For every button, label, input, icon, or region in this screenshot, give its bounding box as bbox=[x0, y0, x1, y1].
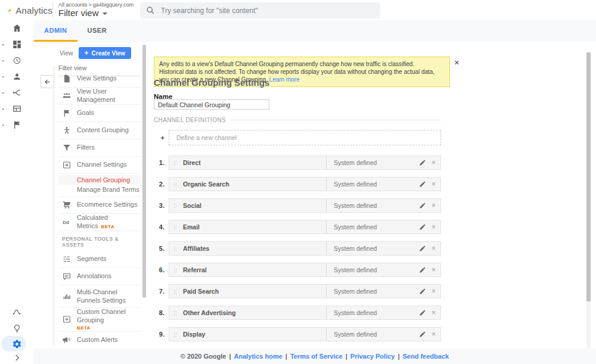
sidebar-item-custom-channel-grouping[interactable]: Custom Channel GroupingBETA bbox=[58, 308, 141, 332]
expand-chevron-icon[interactable]: ▸ bbox=[2, 123, 5, 127]
channel-box[interactable]: Other AdvertisingSystem defined× bbox=[169, 306, 441, 320]
rail-item-home[interactable] bbox=[0, 20, 33, 36]
sidebar-item-segments[interactable]: Segments bbox=[58, 251, 141, 268]
sidebar-scrollbar[interactable] bbox=[142, 45, 146, 298]
back-button[interactable] bbox=[41, 75, 54, 88]
channel-box[interactable]: Paid SearchSystem defined× bbox=[169, 284, 441, 298]
view-selector[interactable]: Filter view bbox=[58, 8, 134, 18]
sidebar-subitem-manage-brand-terms[interactable]: Manage Brand Terms bbox=[58, 185, 141, 194]
channel-box[interactable]: DirectSystem defined× bbox=[169, 155, 441, 170]
rail-item-realtime-clock[interactable]: ▸ bbox=[0, 52, 33, 69]
rail-item-attribution[interactable] bbox=[0, 304, 33, 319]
delete-channel-icon[interactable]: × bbox=[432, 159, 436, 166]
channel-actions: × bbox=[419, 331, 440, 338]
footer-link-send-feedback[interactable]: Send feedback bbox=[403, 353, 449, 360]
breadcrumb-current[interactable]: ga4bigquery.com bbox=[93, 2, 134, 8]
drag-handle-icon[interactable] bbox=[172, 331, 178, 338]
channel-type: System defined bbox=[334, 245, 377, 252]
drag-handle-icon[interactable] bbox=[172, 309, 178, 317]
channel-number: 6. bbox=[154, 263, 169, 277]
sidebar: View + Create View Filter view View Sett… bbox=[33, 42, 148, 349]
sidebar-item-custom-alerts[interactable]: Custom Alerts bbox=[58, 332, 141, 349]
drag-handle-icon[interactable] bbox=[172, 181, 178, 188]
drag-handle-icon[interactable] bbox=[172, 202, 178, 210]
sidebar-item-text: View User Management bbox=[77, 88, 115, 103]
edit-pencil-icon[interactable] bbox=[419, 223, 426, 231]
drag-handle-icon[interactable] bbox=[172, 288, 178, 295]
rail-item-behavior-window[interactable]: ▸ bbox=[0, 101, 33, 117]
channel-box[interactable]: ReferralSystem defined× bbox=[169, 263, 441, 277]
edit-pencil-icon[interactable] bbox=[419, 288, 426, 295]
tab-admin[interactable]: ADMIN bbox=[34, 20, 77, 42]
sidebar-guide-line bbox=[54, 66, 54, 346]
rail-item-audience-person[interactable]: ▸ bbox=[0, 69, 33, 85]
create-view-label: Create View bbox=[92, 50, 126, 57]
main-scrollbar-thumb[interactable] bbox=[586, 52, 591, 301]
drag-handle-icon[interactable] bbox=[172, 159, 178, 167]
expand-chevron-icon[interactable]: ▸ bbox=[2, 42, 5, 47]
sidebar-item-annotations[interactable]: Annotations bbox=[58, 268, 141, 285]
sidebar-item-filters[interactable]: Filters bbox=[58, 139, 141, 157]
sidebar-item-calculated-metrics[interactable]: DdCalculated MetricsBETA bbox=[58, 214, 141, 231]
grouping-name-input[interactable] bbox=[154, 99, 269, 110]
edit-pencil-icon[interactable] bbox=[419, 202, 426, 209]
rail-item-collapse-nav[interactable] bbox=[0, 350, 33, 364]
search-bar[interactable] bbox=[140, 2, 380, 18]
expand-chevron-icon[interactable]: ▸ bbox=[2, 58, 5, 63]
channel-box[interactable]: Organic SearchSystem defined× bbox=[169, 177, 441, 191]
banner-close-icon[interactable]: ✕ bbox=[454, 59, 460, 67]
custom-channel-grouping-icon bbox=[62, 315, 72, 324]
edit-pencil-icon[interactable] bbox=[419, 181, 426, 188]
sidebar-item-multi-channel-funnels-settings[interactable]: Multi-Channel Funnels Settings bbox=[58, 285, 141, 308]
discover-lightbulb-icon bbox=[12, 323, 22, 334]
delete-channel-icon[interactable]: × bbox=[432, 331, 436, 338]
search-input[interactable] bbox=[161, 7, 374, 15]
footer-link-privacy-policy[interactable]: Privacy Policy bbox=[350, 353, 395, 360]
main-scrollbar-track[interactable] bbox=[586, 52, 591, 349]
delete-channel-icon[interactable]: × bbox=[432, 266, 436, 273]
delete-channel-icon[interactable]: × bbox=[432, 181, 436, 188]
add-plus-icon: + bbox=[154, 130, 169, 145]
edit-pencil-icon[interactable] bbox=[419, 309, 426, 316]
sidebar-item-channel-settings[interactable]: Channel Settings bbox=[58, 157, 141, 174]
edit-pencil-icon[interactable] bbox=[419, 266, 426, 273]
drag-handle-icon[interactable] bbox=[172, 223, 178, 231]
channel-box[interactable]: EmailSystem defined× bbox=[169, 220, 441, 234]
sidebar-item-text: Custom Alerts bbox=[77, 336, 117, 343]
delete-channel-icon[interactable]: × bbox=[432, 309, 436, 316]
breadcrumb-trail[interactable]: All accounts bbox=[58, 2, 88, 8]
rail-item-discover-lightbulb[interactable] bbox=[0, 321, 33, 336]
expand-chevron-icon[interactable]: ▸ bbox=[2, 74, 5, 79]
sidebar-item-ecommerce-settings[interactable]: Ecommerce Settings bbox=[58, 197, 141, 214]
sidebar-subitem-channel-grouping[interactable]: Channel Grouping bbox=[58, 175, 141, 185]
drag-handle-icon[interactable] bbox=[172, 266, 178, 274]
footer-link-terms-of-service[interactable]: Terms of Service bbox=[290, 353, 343, 360]
delete-channel-icon[interactable]: × bbox=[432, 288, 436, 295]
delete-channel-icon[interactable]: × bbox=[432, 223, 436, 231]
sidebar-item-view-settings[interactable]: View Settings bbox=[58, 70, 141, 88]
expand-chevron-icon[interactable]: ▸ bbox=[2, 91, 5, 95]
rail-item-customization[interactable]: ▸ bbox=[0, 36, 33, 52]
rail-item-conversions-flag[interactable]: ▸ bbox=[0, 117, 33, 133]
sidebar-item-content-grouping[interactable]: Content Grouping bbox=[58, 122, 141, 139]
delete-channel-icon[interactable]: × bbox=[432, 202, 436, 209]
channel-box[interactable]: AffiliatesSystem defined× bbox=[169, 241, 441, 256]
sidebar-item-label: Channel Settings bbox=[77, 161, 127, 169]
edit-pencil-icon[interactable] bbox=[419, 159, 426, 166]
learn-more-link[interactable]: Learn more bbox=[269, 76, 300, 83]
edit-pencil-icon[interactable] bbox=[419, 245, 426, 252]
channel-box[interactable]: SocialSystem defined× bbox=[169, 198, 441, 213]
tab-user[interactable]: USER bbox=[77, 20, 117, 42]
sidebar-item-view-user-management[interactable]: View User Management bbox=[58, 88, 141, 105]
expand-chevron-icon[interactable]: ▸ bbox=[2, 107, 5, 111]
footer-link-analytics-home[interactable]: Analytics home bbox=[234, 353, 283, 360]
delete-channel-icon[interactable]: × bbox=[432, 245, 436, 252]
rail-item-acquisition-flow[interactable]: ▸ bbox=[0, 85, 33, 101]
analytics-logo[interactable]: Analytics bbox=[0, 3, 52, 17]
create-view-button[interactable]: + Create View bbox=[79, 47, 132, 59]
channel-box[interactable]: DisplaySystem defined× bbox=[169, 327, 441, 341]
define-new-channel-button[interactable]: Define a new channel bbox=[169, 130, 441, 145]
sidebar-item-goals[interactable]: Goals bbox=[58, 105, 141, 122]
edit-pencil-icon[interactable] bbox=[419, 331, 426, 338]
drag-handle-icon[interactable] bbox=[172, 245, 178, 253]
